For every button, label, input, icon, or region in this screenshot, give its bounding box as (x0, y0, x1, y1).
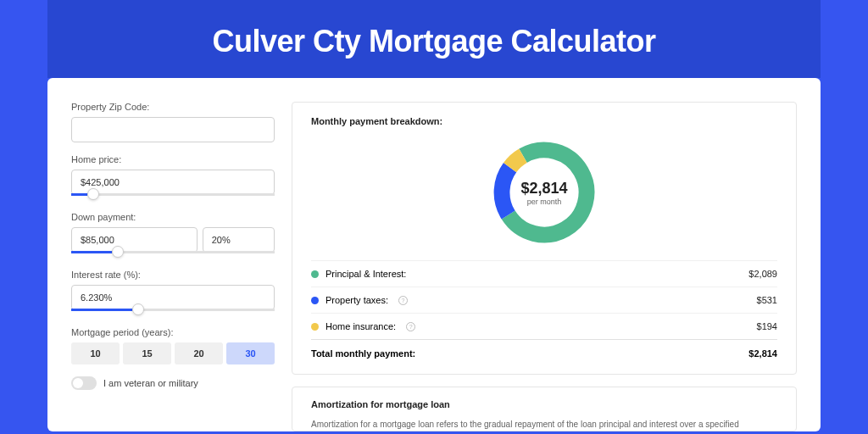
down-payment-input[interactable] (71, 227, 198, 253)
home-price-label: Home price: (71, 154, 275, 164)
period-btn-20[interactable]: 20 (175, 342, 223, 364)
dot-icon (311, 323, 319, 331)
info-icon[interactable]: ? (398, 296, 408, 305)
interest-rate-label: Interest rate (%): (71, 270, 275, 280)
period-buttons: 10 15 20 30 (71, 342, 275, 364)
legend-value: $2,089 (748, 269, 777, 279)
down-payment-label: Down payment: (71, 212, 275, 222)
breakdown-title: Monthly payment breakdown: (311, 116, 777, 126)
dot-icon (311, 297, 319, 304)
total-label: Total monthly payment: (311, 348, 415, 359)
zip-input[interactable] (71, 117, 275, 142)
home-price-input[interactable] (71, 170, 275, 195)
zip-label: Property Zip Code: (71, 102, 275, 112)
page-title: Culver Cty Mortgage Calculator (47, 24, 821, 59)
legend-value: $194 (757, 321, 777, 331)
amort-title: Amortization for mortgage loan (311, 399, 777, 409)
dot-icon (311, 270, 319, 278)
period-label: Mortgage period (years): (71, 327, 275, 337)
amort-text: Amortization for a mortgage loan refers … (311, 418, 777, 431)
total-value: $2,814 (748, 348, 777, 359)
donut-sublabel: per month (520, 198, 567, 206)
results-panel: Monthly payment breakdown: $2,814 per mo… (292, 102, 797, 431)
calculator-card: Property Zip Code: Home price: Down paym… (47, 78, 821, 431)
legend-label: Principal & Interest: (326, 269, 406, 279)
total-row: Total monthly payment: $2,814 (311, 339, 777, 367)
legend-value: $531 (757, 295, 777, 305)
period-btn-30[interactable]: 30 (226, 342, 275, 364)
period-btn-10[interactable]: 10 (71, 342, 120, 364)
page-header: Culver Cty Mortgage Calculator (47, 0, 821, 78)
veteran-label: I am veteran or military (103, 378, 198, 388)
legend-row-taxes: Property taxes: ? $531 (311, 287, 777, 313)
interest-rate-slider[interactable] (71, 310, 275, 315)
form-panel: Property Zip Code: Home price: Down paym… (71, 102, 275, 431)
period-btn-15[interactable]: 15 (123, 342, 171, 364)
amortization-box: Amortization for mortgage loan Amortizat… (292, 387, 797, 431)
home-price-slider[interactable] (71, 195, 275, 200)
down-payment-pct-input[interactable] (203, 227, 275, 253)
payment-donut-chart: $2,814 per month (488, 136, 600, 248)
legend-label: Property taxes: (326, 295, 388, 305)
legend-label: Home insurance: (326, 321, 396, 331)
interest-rate-input[interactable] (71, 285, 275, 310)
legend-row-principal: Principal & Interest: $2,089 (311, 260, 777, 287)
down-payment-slider[interactable] (71, 253, 275, 258)
donut-amount: $2,814 (520, 180, 567, 198)
legend-row-insurance: Home insurance: ? $194 (311, 313, 777, 339)
info-icon[interactable]: ? (406, 322, 415, 331)
veteran-toggle[interactable] (71, 376, 97, 390)
